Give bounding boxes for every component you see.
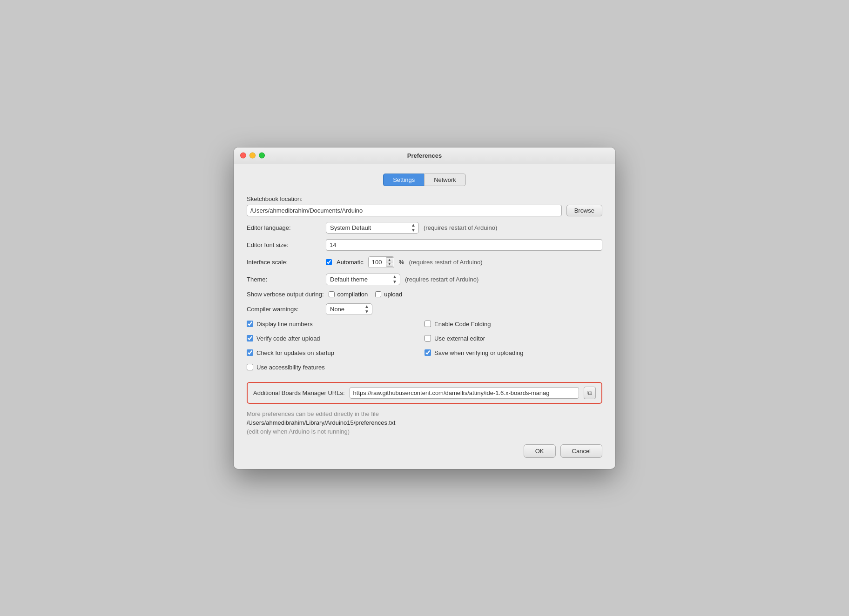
scale-up-button[interactable]: ▲ [386,257,393,262]
checkbox-external-editor: Use external editor [424,335,602,342]
checkbox-check-updates: Check for updates on startup [247,349,424,356]
theme-row: Theme: Default theme ▲▼ (requires restar… [247,274,602,285]
editor-font-size-label: Editor font size: [247,241,321,248]
verbose-compilation: compilation [329,291,368,298]
editor-language-row: Editor language: System Default ▲▼ (requ… [247,222,602,234]
boards-manager-section: Additional Boards Manager URLs: ⧉ [247,382,602,404]
tab-network[interactable]: Network [424,174,466,186]
maximize-button[interactable] [259,153,265,159]
verbose-upload: upload [375,291,402,298]
code-folding-label[interactable]: Enable Code Folding [434,321,491,328]
verbose-compilation-checkbox[interactable] [329,291,335,297]
browse-button[interactable]: Browse [566,205,602,216]
verify-code-label[interactable]: Verify code after upload [256,335,320,342]
verbose-upload-checkbox[interactable] [375,291,381,297]
editor-language-select-wrapper: System Default ▲▼ [326,222,419,234]
title-bar: Preferences [234,147,615,164]
display-line-numbers-label[interactable]: Display line numbers [256,321,313,328]
sketchbook-path-input[interactable] [247,205,562,216]
display-line-numbers-checkbox[interactable] [247,321,253,327]
compiler-warnings-row: Compiler warnings: None ▲▼ [247,303,602,315]
verbose-options: compilation upload [329,291,403,298]
scale-restart-hint: (requires restart of Arduino) [409,259,482,266]
checkbox-save-verifying: Save when verifying or uploading [424,349,602,356]
editor-language-select[interactable]: System Default [326,222,419,234]
checkboxes-grid: Display line numbers Verify code after u… [247,321,602,375]
compiler-warnings-label: Compiler warnings: [247,306,321,313]
editor-font-size-row: Editor font size: [247,239,602,251]
more-prefs-line1: More preferences can be edited directly … [247,410,602,417]
check-updates-checkbox[interactable] [247,349,253,356]
tab-settings[interactable]: Settings [383,174,424,186]
external-editor-label[interactable]: Use external editor [434,335,485,342]
check-updates-label[interactable]: Check for updates on startup [256,349,334,356]
ok-button[interactable]: OK [524,444,556,458]
automatic-checkbox[interactable] [326,259,332,265]
language-restart-hint: (requires restart of Arduino) [424,224,497,231]
sketchbook-section: Sketchbook location: Browse [247,195,602,216]
compiler-warnings-select-wrapper: None ▲▼ [326,303,372,315]
verbose-row: Show verbose output during: compilation … [247,291,602,298]
checkbox-display-line-numbers: Display line numbers [247,321,424,328]
boards-manager-label: Additional Boards Manager URLs: [253,389,345,396]
code-folding-checkbox[interactable] [424,321,431,327]
accessibility-checkbox[interactable] [247,364,253,370]
boards-manager-url-input[interactable] [350,387,579,399]
button-row: OK Cancel [247,444,602,458]
prefs-path: /Users/ahmedibrahim/Library/Arduino15/pr… [247,419,602,426]
checkboxes-left-col: Display line numbers Verify code after u… [247,321,424,375]
theme-select-container: Default theme ▲▼ [326,274,400,285]
cancel-button[interactable]: Cancel [560,444,602,458]
copy-icon: ⧉ [587,389,592,397]
window-title: Preferences [407,152,442,159]
theme-restart-hint: (requires restart of Arduino) [405,276,478,283]
theme-select[interactable]: Default theme [326,274,400,285]
checkbox-verify-code: Verify code after upload [247,335,424,342]
scale-down-button[interactable]: ▼ [386,262,393,267]
content-area: Settings Network Sketchbook location: Br… [234,164,615,469]
checkbox-code-folding: Enable Code Folding [424,321,602,328]
verbose-compilation-label[interactable]: compilation [337,291,368,298]
save-verifying-checkbox[interactable] [424,349,431,356]
editor-language-label: Editor language: [247,224,321,231]
compiler-warnings-select[interactable]: None [326,303,372,315]
preferences-window: Preferences Settings Network Sketchbook … [234,147,615,469]
copy-url-button[interactable]: ⧉ [584,387,596,399]
close-button[interactable] [240,153,246,159]
sketchbook-label: Sketchbook location: [247,195,602,202]
minimize-button[interactable] [249,153,256,159]
accessibility-label[interactable]: Use accessibility features [256,364,325,371]
scale-unit: % [399,259,404,266]
scale-stepper: ▲ ▼ [386,257,393,267]
scale-controls: Automatic ▲ ▼ % (requires restart of Ard… [326,256,483,268]
traffic-lights [240,153,265,159]
interface-scale-label: Interface scale: [247,259,321,266]
prefs-note: (edit only when Arduino is not running) [247,428,602,435]
checkbox-accessibility: Use accessibility features [247,364,424,371]
scale-input-wrapper: ▲ ▼ [368,256,394,268]
theme-select-wrapper: Default theme ▲▼ (requires restart of Ar… [326,274,478,285]
verify-code-checkbox[interactable] [247,335,253,341]
automatic-label[interactable]: Automatic [337,259,364,266]
interface-scale-row: Interface scale: Automatic ▲ ▼ % (requir… [247,256,602,268]
tab-bar: Settings Network [247,174,602,186]
checkboxes-right-col: Enable Code Folding Use external editor … [424,321,602,375]
verbose-upload-label[interactable]: upload [384,291,402,298]
theme-label: Theme: [247,276,321,283]
editor-font-size-input[interactable] [326,239,602,251]
verbose-label: Show verbose output during: [247,291,324,298]
external-editor-checkbox[interactable] [424,335,431,341]
save-verifying-label[interactable]: Save when verifying or uploading [434,349,524,356]
